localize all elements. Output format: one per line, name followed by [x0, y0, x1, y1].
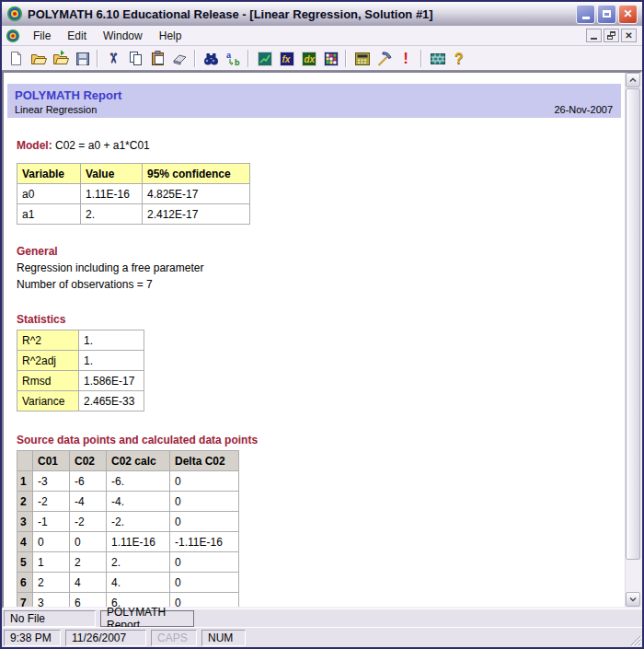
- row-number: 4: [17, 532, 33, 552]
- copy-button[interactable]: [124, 48, 146, 69]
- function-button[interactable]: fx: [275, 48, 297, 69]
- calculator-icon: [353, 50, 371, 67]
- mdi-minimize-icon: [591, 38, 597, 40]
- cell: 0: [170, 512, 239, 532]
- matrix-button[interactable]: [319, 48, 341, 69]
- cell: 0: [170, 471, 239, 492]
- find-button[interactable]: [200, 48, 222, 69]
- cell: -2: [70, 512, 107, 532]
- solve-icon: !: [403, 51, 408, 66]
- model-equation: C02 = a0 + a1*C01: [55, 139, 150, 152]
- new-document-icon: [7, 50, 25, 67]
- table-row: 2 -2 -4 -4. 0: [17, 492, 239, 512]
- stat-label: Variance: [17, 391, 79, 411]
- cell: 0: [170, 573, 239, 593]
- cell: 0: [70, 532, 107, 552]
- report-pane: POLYMATH Report Linear Regression 26-Nov…: [2, 71, 642, 608]
- report-header-band: POLYMATH Report Linear Regression 26-Nov…: [7, 84, 621, 118]
- table-row: a0 1.11E-16 4.825E-17: [17, 184, 250, 204]
- model-label: Model:: [17, 139, 52, 152]
- open-file-button[interactable]: [27, 48, 49, 69]
- import-file-button[interactable]: [49, 48, 71, 69]
- solve-button[interactable]: !: [395, 48, 417, 69]
- open-file-icon: [29, 50, 47, 67]
- table-row: R^2 1.: [17, 330, 144, 351]
- stat-value: 1.: [79, 330, 144, 351]
- setup-button[interactable]: [373, 48, 395, 69]
- column-header: [17, 451, 33, 471]
- chevron-down-icon: [629, 597, 637, 602]
- window-title: POLYMATH 6.10 Educational Release - [Lin…: [28, 7, 576, 21]
- mdi-close-button[interactable]: ✕: [621, 29, 637, 42]
- copy-icon: [127, 50, 144, 67]
- scroll-up-button[interactable]: [626, 73, 640, 87]
- cut-icon: ✂: [106, 52, 120, 64]
- report-title: POLYMATH Report: [15, 88, 121, 102]
- menu-bar: File Edit Window Help ✕: [2, 26, 642, 46]
- stat-label: R^2adj: [17, 351, 79, 371]
- status-bar: No File POLYMATH Report: [2, 608, 642, 627]
- function-fx-icon: fx: [278, 50, 295, 67]
- graph-button[interactable]: [253, 48, 275, 69]
- table-row: Rmsd 1.586E-17: [17, 371, 144, 391]
- report-view-tab[interactable]: POLYMATH Report: [100, 610, 194, 627]
- mdi-restore-button[interactable]: [604, 29, 619, 42]
- close-button[interactable]: ✕: [618, 5, 638, 24]
- cell: 4.: [107, 573, 170, 593]
- differential-equations-button[interactable]: dx: [297, 48, 319, 69]
- polymath-logo-icon-small: [6, 29, 20, 43]
- minimize-button[interactable]: [576, 5, 595, 24]
- close-icon: ✕: [623, 7, 632, 20]
- menu-file[interactable]: File: [25, 28, 59, 44]
- table-row: 5 1 2 2. 0: [17, 552, 239, 573]
- cell: 2.: [81, 204, 143, 225]
- menu-window[interactable]: Window: [95, 28, 151, 44]
- row-number: 3: [17, 512, 33, 532]
- cell: 2.: [107, 552, 170, 573]
- cell: 0: [33, 532, 70, 552]
- unit-conversion-button[interactable]: [426, 48, 448, 69]
- erase-icon: [171, 50, 189, 67]
- title-bar[interactable]: POLYMATH 6.10 Educational Release - [Lin…: [2, 2, 642, 26]
- differential-dx-icon: dx: [300, 50, 317, 67]
- paste-button[interactable]: [146, 48, 168, 69]
- vertical-scrollbar[interactable]: [625, 73, 640, 607]
- cell: 2.412E-17: [143, 204, 250, 225]
- setup-pick-icon: [375, 50, 393, 67]
- cell: 6: [70, 593, 107, 608]
- toolbar: ✂ a b: [2, 47, 642, 71]
- help-button[interactable]: ?: [448, 48, 470, 69]
- variables-table: Variable Value 95% confidence a0 1.11E-1…: [17, 163, 250, 225]
- report-subtitle: Linear Regression: [15, 104, 121, 115]
- scroll-down-button[interactable]: [626, 592, 640, 607]
- menu-help[interactable]: Help: [151, 28, 190, 44]
- maximize-button[interactable]: [597, 5, 616, 24]
- toolbar-separator: [247, 50, 249, 67]
- cut-button[interactable]: ✂: [102, 48, 124, 69]
- column-header: C01: [33, 451, 70, 471]
- mdi-minimize-button[interactable]: [586, 29, 602, 42]
- table-row: 1 -3 -6 -6. 0: [17, 471, 239, 492]
- cell: -3: [33, 471, 70, 492]
- clock: 9:38 PM: [4, 630, 61, 646]
- find-binoculars-icon: [202, 50, 220, 67]
- column-header: Variable: [17, 164, 81, 184]
- help-icon: ?: [454, 52, 464, 66]
- import-file-icon: [52, 50, 69, 67]
- statistics-table: R^2 1. R^2adj 1. Rmsd 1.586E-17 Variance…: [17, 330, 144, 411]
- erase-button[interactable]: [168, 48, 190, 69]
- sort-button[interactable]: a b: [222, 48, 244, 69]
- new-document-button[interactable]: [5, 48, 27, 69]
- toolbar-separator: [97, 50, 98, 67]
- num-lock-indicator: NUM: [201, 630, 246, 646]
- cell: a0: [17, 184, 81, 204]
- general-line: Number of observations = 7: [17, 278, 625, 291]
- scrollbar-thumb[interactable]: [626, 88, 640, 560]
- resize-grip[interactable]: [629, 634, 641, 646]
- cell: 1: [33, 552, 70, 573]
- toolbar-separator: [345, 50, 347, 67]
- save-button[interactable]: [71, 48, 93, 69]
- svg-text:a: a: [226, 51, 232, 60]
- menu-edit[interactable]: Edit: [59, 28, 95, 44]
- calculator-button[interactable]: [351, 48, 373, 69]
